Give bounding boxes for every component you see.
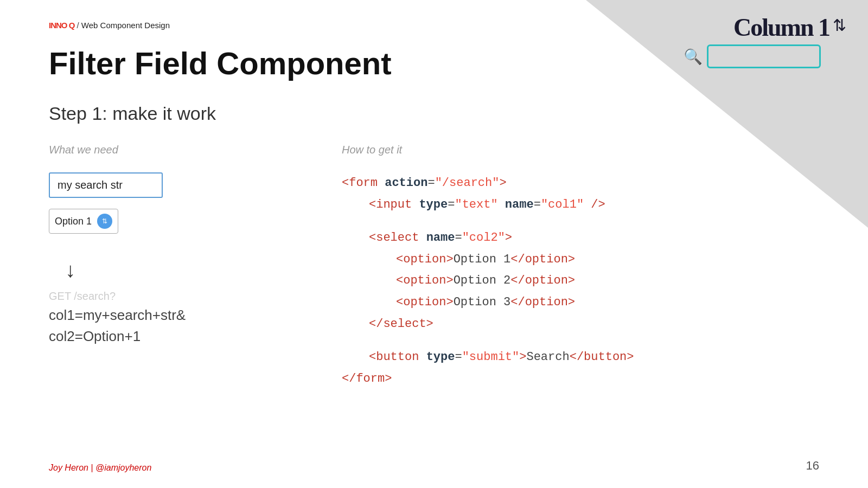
code-attr-name-col1: name (505, 198, 534, 211)
code-tag-option3-open: <option> (396, 296, 454, 309)
search-input-mock: my search str (49, 172, 163, 198)
code-line-option3: <option>Option 3</option> (342, 292, 819, 313)
code-tag-input: <input (369, 198, 419, 211)
code-tag-option1-close: </option> (510, 253, 575, 266)
annotation-column-text: Column 1 (733, 15, 829, 40)
brand-logo: INNO Q (49, 21, 74, 30)
code-line-option1: <option>Option 1</option> (342, 249, 819, 271)
get-params: col1=my+search+str& col2=Option+1 (49, 305, 309, 347)
code-tag-select-close: > (505, 231, 512, 245)
select-value: Option 1 (55, 216, 92, 227)
code-tag-form-end: </form> (342, 372, 392, 386)
select-mock: Option 1 ⇅ (49, 209, 118, 234)
code-attr-name-col2: name (426, 231, 455, 245)
brand-separator: / (74, 21, 81, 30)
code-val-name-col1: "col1" (541, 198, 584, 211)
columns-container: What we need my search str Option 1 ⇅ ↓ … (49, 144, 819, 389)
get-param-line1: col1=my+search+str& (49, 305, 309, 326)
code-attr-button-type: type (426, 350, 455, 364)
annotation-pin-icon: 🔍 (684, 48, 703, 66)
left-column: What we need my search str Option 1 ⇅ ↓ … (49, 144, 309, 389)
left-column-label: What we need (49, 144, 309, 156)
code-text-option2: Option 2 (454, 274, 511, 287)
right-column-label: How to get it (342, 144, 819, 156)
code-val-type: "text" (455, 198, 497, 211)
get-param-line2: col2=Option+1 (49, 326, 309, 347)
annotation-area: Column 1 ⇅ 🔍 (684, 15, 846, 68)
annotation-arrows-icon: ⇅ (833, 17, 846, 34)
page-title: Filter Field Component (49, 46, 392, 81)
select-arrows-icon: ⇅ (97, 214, 112, 229)
code-tag-option2-close: </option> (510, 274, 575, 287)
code-tag-button: <button (369, 350, 426, 364)
get-label: GET /search? (49, 290, 309, 303)
code-block: <form action="/search"> <input type="tex… (342, 172, 819, 389)
code-line-form-end: </form> (342, 368, 819, 390)
code-tag-option1-open: <option> (396, 253, 454, 266)
footer-author: Joy Heron | @iamjoyheron (49, 463, 151, 473)
code-tag-form: <form (342, 176, 385, 190)
right-column: How to get it <form action="/search"> <i… (309, 144, 819, 389)
annotation-input-box (707, 44, 821, 68)
code-tag-input-close: /> (584, 198, 605, 211)
code-line-button: <button type="submit">Search</button> (342, 346, 819, 368)
code-tag-select-end: </select> (369, 317, 433, 331)
footer-page-number: 16 (806, 459, 819, 473)
code-line-select-open: <select name="col2"> (342, 227, 819, 249)
brand-header: INNO Q / Web Component Design (49, 21, 170, 30)
code-tag-option3-close: </option> (510, 296, 575, 309)
code-val-name-col2: "col2" (462, 231, 505, 245)
code-line-form-open: <form action="/search"> (342, 172, 819, 194)
code-attr-type: type (419, 198, 448, 211)
down-arrow-icon: ↓ (65, 260, 309, 280)
slide: INNO Q / Web Component Design Filter Fie… (0, 0, 868, 488)
code-spacer1 (342, 215, 819, 227)
code-val-action: "/search" (435, 176, 500, 190)
brand-course: Web Component Design (81, 21, 170, 30)
code-text-option1: Option 1 (454, 253, 511, 266)
code-tag-form-close: > (499, 176, 506, 190)
code-tag-button-mid: > (519, 350, 526, 364)
code-line-option2: <option>Option 2</option> (342, 270, 819, 292)
code-spacer2 (342, 335, 819, 346)
code-text-option3: Option 3 (454, 296, 511, 309)
page-subtitle: Step 1: make it work (49, 103, 216, 124)
code-val-button-type: "submit" (462, 350, 520, 364)
code-tag-select: <select (369, 231, 426, 245)
code-line-input: <input type="text" name="col1" /> (342, 194, 819, 216)
code-attr-action: action (385, 176, 427, 190)
code-tag-button-close: </button> (570, 350, 634, 364)
code-line-select-end: </select> (342, 313, 819, 335)
code-text-button: Search (526, 350, 569, 364)
code-tag-option2-open: <option> (396, 274, 454, 287)
